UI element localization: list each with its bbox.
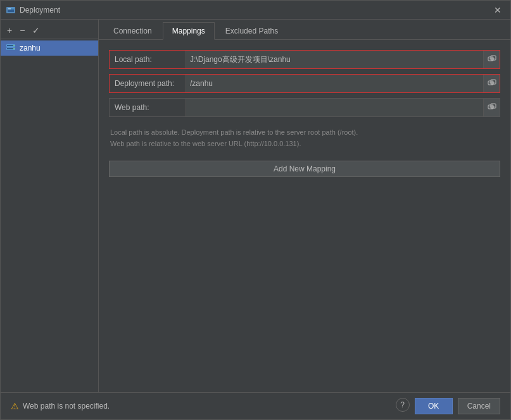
- sidebar-toolbar: + − ✓: [1, 22, 98, 39]
- web-path-input[interactable]: [186, 99, 483, 116]
- local-path-browse-button[interactable]: [483, 51, 500, 68]
- dialog-title: Deployment: [20, 6, 490, 15]
- svg-point-7: [13, 45, 15, 46]
- local-path-label: Local path:: [110, 51, 186, 68]
- sidebar-item-zanhu[interactable]: zanhu: [1, 40, 98, 56]
- sidebar-item-label: zanhu: [20, 44, 41, 52]
- help-text: Local path is absolute. Deployment path …: [109, 127, 500, 149]
- web-path-row: Web path:: [109, 98, 500, 117]
- dialog-footer: ⚠ Web path is not specified. ? OK Cancel: [1, 392, 510, 419]
- svg-point-4: [9, 8, 11, 9]
- add-server-button[interactable]: +: [4, 25, 15, 36]
- server-icon: [6, 43, 16, 53]
- local-path-row: Local path:: [109, 50, 500, 69]
- deployment-path-label: Deployment path:: [110, 75, 186, 92]
- help-text-line1: Local path is absolute. Deployment path …: [110, 127, 499, 139]
- deployment-path-input[interactable]: [186, 75, 483, 92]
- help-button[interactable]: ?: [396, 398, 410, 412]
- sidebar: + − ✓ zanhu: [1, 20, 99, 392]
- remove-server-button[interactable]: −: [17, 25, 27, 36]
- local-path-input[interactable]: [186, 51, 483, 68]
- check-server-button[interactable]: ✓: [30, 25, 42, 36]
- title-bar: Deployment ✕: [1, 1, 510, 20]
- cancel-button[interactable]: Cancel: [458, 398, 500, 414]
- svg-rect-6: [7, 45, 13, 46]
- warning-icon: ⚠: [11, 401, 19, 411]
- footer-warning: ⚠ Web path is not specified.: [11, 401, 110, 411]
- ok-button[interactable]: OK: [415, 398, 453, 414]
- deployment-dialog: Deployment ✕ + − ✓: [0, 0, 511, 420]
- app-icon: [6, 5, 16, 15]
- form-area: Local path: Deployment path:: [99, 40, 510, 392]
- deployment-path-browse-button[interactable]: [483, 75, 500, 92]
- warning-text: Web path is not specified.: [23, 402, 110, 411]
- deployment-path-row: Deployment path:: [109, 74, 500, 93]
- web-path-browse-button[interactable]: [483, 99, 500, 116]
- dialog-body: + − ✓ zanhu: [1, 20, 510, 392]
- main-content: Connection Mappings Excluded Paths Local…: [99, 20, 510, 392]
- web-path-label: Web path:: [110, 99, 186, 116]
- tab-connection[interactable]: Connection: [104, 22, 161, 39]
- tab-mappings[interactable]: Mappings: [163, 22, 215, 40]
- svg-point-3: [8, 8, 9, 9]
- tabs: Connection Mappings Excluded Paths: [99, 20, 510, 40]
- close-button[interactable]: ✕: [490, 4, 505, 16]
- svg-point-10: [13, 48, 15, 49]
- tab-excluded-paths[interactable]: Excluded Paths: [216, 22, 287, 39]
- help-text-line2: Web path is relative to the web server U…: [110, 139, 499, 150]
- add-new-mapping-button[interactable]: Add New Mapping: [109, 161, 500, 177]
- footer-buttons: ? OK Cancel: [396, 398, 500, 414]
- svg-rect-9: [7, 48, 13, 49]
